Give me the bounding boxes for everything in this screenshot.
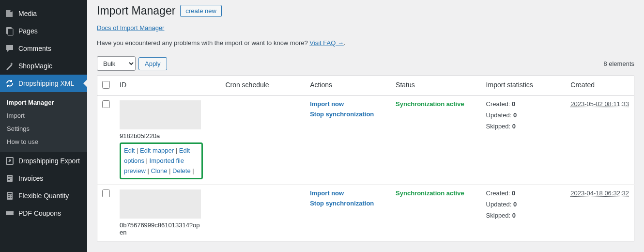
stat-updated-value: 0 <box>513 201 517 208</box>
row-actions: Edit | Edit mapper | Edit options | Impo… <box>120 142 203 179</box>
svg-point-11 <box>9 195 10 196</box>
row-id-text: 0b75676999c861013314?open <box>120 221 202 236</box>
svg-point-12 <box>11 195 12 196</box>
sidebar-label-dropshipping-export: Dropshipping Export <box>18 157 80 165</box>
svg-rect-6 <box>8 178 12 178</box>
col-header-actions[interactable]: Actions <box>305 76 391 95</box>
stat-created-label: Created: <box>486 189 510 197</box>
clone-link[interactable]: Clone <box>151 167 167 174</box>
sidebar-item-shopmagic[interactable]: ShopMagic <box>0 57 87 75</box>
sidebar-label-media: Media <box>18 10 37 17</box>
calculator-icon <box>5 191 15 201</box>
col-header-status[interactable]: Status <box>391 76 481 95</box>
cron-cell <box>220 185 305 241</box>
created-date: 2023-05-02 08:11:33 <box>570 100 629 108</box>
stat-skipped-value: 0 <box>512 212 516 219</box>
faq-prefix: Have you encountered any problems with t… <box>97 39 309 47</box>
main-content: Import Manager create new Docs of Import… <box>87 0 644 252</box>
stat-updated-label: Updated: <box>486 111 512 119</box>
col-header-stats[interactable]: Import statistics <box>481 76 566 95</box>
stat-created-label: Created: <box>486 100 510 108</box>
sidebar-item-invoices[interactable]: Invoices <box>0 170 87 187</box>
table-row: 0b75676999c861013314?open Import now Sto… <box>97 185 634 241</box>
svg-point-0 <box>10 10 12 12</box>
table-row: 9182b05f220a Edit | Edit mapper | Edit o… <box>97 95 634 185</box>
sidebar-item-pdf-coupons[interactable]: PDF Coupons <box>0 205 87 222</box>
sidebar-submenu: Import Manager Import Settings How to us… <box>0 92 87 152</box>
faq-link[interactable]: Visit FAQ → <box>309 39 344 47</box>
wand-icon <box>5 61 15 71</box>
submenu-import[interactable]: Import <box>0 109 87 122</box>
docs-link[interactable]: Docs of Import Manager <box>97 24 164 32</box>
sidebar-label-flexible-quantity: Flexible Quantity <box>18 192 69 200</box>
status-text: Synchronization active <box>396 100 464 108</box>
svg-point-14 <box>9 197 10 198</box>
stat-skipped-value: 0 <box>512 123 516 130</box>
col-header-created[interactable]: Created <box>566 76 634 95</box>
edit-mapper-link[interactable]: Edit mapper <box>140 147 174 154</box>
admin-sidebar: Media Pages Comments ShopMagic Dropshipp… <box>0 0 87 252</box>
col-header-id[interactable]: ID <box>115 76 220 95</box>
row-checkbox[interactable] <box>102 189 110 197</box>
page-title: Import Manager <box>97 4 175 17</box>
invoice-icon <box>5 173 15 183</box>
select-all-checkbox[interactable] <box>102 81 110 89</box>
sidebar-item-media[interactable]: Media <box>0 5 87 22</box>
comments-icon <box>5 44 15 53</box>
svg-point-13 <box>8 197 9 198</box>
svg-rect-7 <box>8 179 10 180</box>
svg-point-10 <box>8 195 9 196</box>
sidebar-item-comments[interactable]: Comments <box>0 40 87 57</box>
sidebar-item-flexible-quantity[interactable]: Flexible Quantity <box>0 187 87 205</box>
svg-point-15 <box>11 197 12 198</box>
stat-updated-value: 0 <box>513 111 517 119</box>
faq-suffix: . <box>344 39 346 47</box>
cron-cell <box>220 95 305 185</box>
import-now-link[interactable]: Import now <box>310 100 386 108</box>
row-thumbnail <box>120 100 201 129</box>
sidebar-item-dropshipping-export[interactable]: Dropshipping Export <box>0 152 87 170</box>
faq-line: Have you encountered any problems with t… <box>97 39 634 47</box>
submenu-settings[interactable]: Settings <box>0 122 87 135</box>
stat-skipped-label: Skipped: <box>486 123 511 130</box>
apply-button[interactable]: Apply <box>138 57 167 70</box>
row-id-text: 9182b05f220a <box>120 132 202 140</box>
refresh-icon <box>5 79 15 88</box>
sidebar-item-pages[interactable]: Pages <box>0 22 87 40</box>
stat-created-value: 0 <box>512 100 515 108</box>
sidebar-label-comments: Comments <box>18 45 51 52</box>
element-count: 8 elements <box>603 60 634 67</box>
import-now-link[interactable]: Import now <box>310 189 386 197</box>
stop-sync-link[interactable]: Stop synchronization <box>310 200 386 207</box>
svg-rect-5 <box>8 176 12 177</box>
stop-sync-link[interactable]: Stop synchronization <box>310 110 386 118</box>
submenu-how-to-use[interactable]: How to use <box>0 135 87 148</box>
pages-icon <box>5 26 15 36</box>
stat-skipped-label: Skipped: <box>486 212 511 219</box>
row-thumbnail <box>120 189 201 219</box>
sidebar-item-dropshipping-xml[interactable]: Dropshipping XML <box>0 75 87 92</box>
export-icon <box>5 156 15 166</box>
bulk-action-select[interactable]: Bulk <box>97 56 136 71</box>
row-checkbox[interactable] <box>102 100 110 108</box>
sidebar-label-shopmagic: ShopMagic <box>18 62 52 70</box>
stat-created-value: 0 <box>512 189 515 197</box>
sidebar-label-pages: Pages <box>18 27 38 35</box>
media-icon <box>5 9 15 18</box>
sidebar-label-pdf-coupons: PDF Coupons <box>18 209 61 217</box>
submenu-import-manager[interactable]: Import Manager <box>0 96 87 109</box>
svg-rect-9 <box>8 193 12 194</box>
page-header: Import Manager create new <box>97 0 634 19</box>
delete-link[interactable]: Delete <box>172 167 191 174</box>
col-header-cron[interactable]: Cron schedule <box>220 76 305 95</box>
actions-bar: Bulk Apply 8 elements <box>97 56 634 71</box>
svg-rect-2 <box>8 29 13 35</box>
stat-updated-label: Updated: <box>486 201 512 208</box>
status-text: Synchronization active <box>396 189 464 197</box>
create-new-button[interactable]: create new <box>180 5 222 17</box>
coupon-icon <box>5 208 15 218</box>
imports-table: ID Cron schedule Actions Status Import s… <box>97 76 634 241</box>
created-date: 2023-04-18 06:32:32 <box>570 189 629 197</box>
edit-link[interactable]: Edit <box>124 147 135 154</box>
sidebar-label-dropshipping-xml: Dropshipping XML <box>18 79 74 87</box>
